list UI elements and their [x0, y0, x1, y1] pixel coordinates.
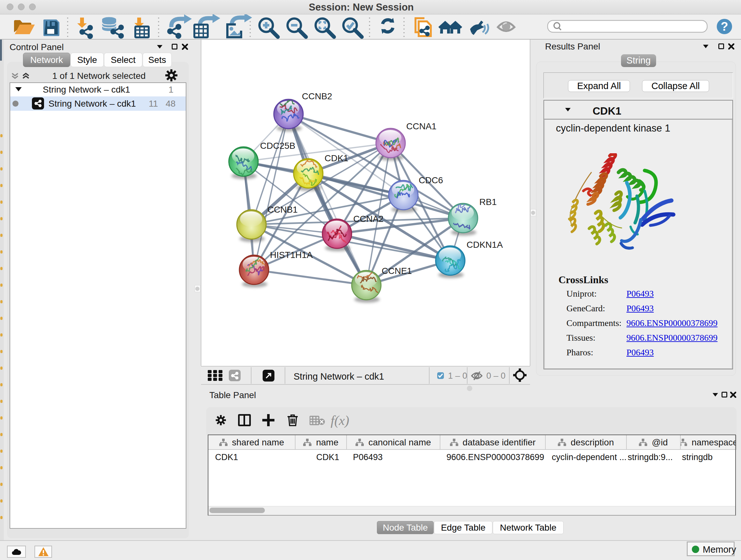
svg-text:CDK1: CDK1 — [325, 153, 348, 163]
svg-text:CCNB2: CCNB2 — [302, 91, 332, 101]
svg-text:CCNB1: CCNB1 — [267, 205, 298, 214]
svg-text:CCNA2: CCNA2 — [353, 214, 384, 224]
svg-text:CDC25B: CDC25B — [260, 141, 295, 151]
svg-text:HIST1H1A: HIST1H1A — [270, 250, 313, 260]
svg-text:CCNA1: CCNA1 — [406, 121, 436, 131]
svg-text:RB1: RB1 — [479, 197, 496, 207]
svg-text:CDKN1A: CDKN1A — [467, 240, 503, 250]
svg-text:?: ? — [721, 20, 728, 33]
svg-text:CDC6: CDC6 — [419, 175, 443, 185]
svg-text:CCNE1: CCNE1 — [382, 266, 412, 276]
